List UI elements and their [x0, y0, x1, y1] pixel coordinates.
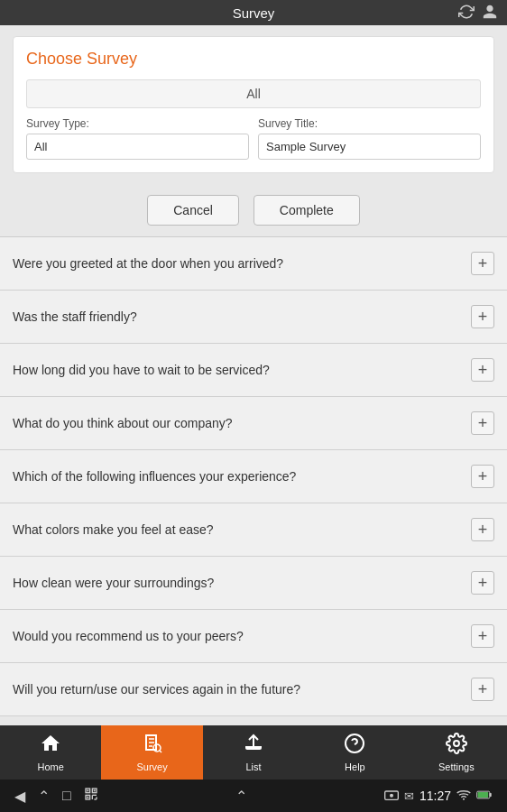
survey-type-field: Survey Type: [26, 117, 249, 160]
svg-point-21 [390, 793, 393, 797]
home-nav-icon [40, 733, 61, 760]
survey-nav-icon [142, 733, 163, 760]
question-item[interactable]: Were you greeted at the door when you ar… [0, 237, 507, 291]
nav-item-help[interactable]: Help [304, 725, 405, 780]
qr-icon[interactable] [84, 787, 98, 805]
survey-card-title: Choose Survey [26, 50, 481, 69]
question-text: Will you return/use our services again i… [13, 682, 471, 697]
question-text: How clean were your surroundings? [13, 576, 471, 590]
questions-list: Were you greeted at the door when you ar… [0, 237, 507, 716]
survey-title-input[interactable] [258, 134, 481, 160]
complete-button[interactable]: Complete [254, 195, 360, 226]
system-bar-left: ◀ ⌃ □ [14, 787, 98, 805]
question-add-button[interactable]: + [471, 358, 494, 382]
system-bar: ◀ ⌃ □ ⌃ ✉ 11:27 [0, 780, 507, 812]
question-item[interactable]: How long did you have to wait to be serv… [0, 344, 507, 397]
top-bar-title: Survey [233, 5, 275, 21]
question-add-button[interactable]: + [471, 465, 494, 488]
survey-type-input[interactable] [26, 134, 249, 160]
top-bar: Survey [0, 0, 507, 25]
nav-item-settings[interactable]: Settings [406, 725, 507, 780]
question-add-button[interactable]: + [471, 252, 494, 275]
svg-point-9 [454, 741, 459, 746]
bottom-nav: Home Survey List Help Settings [0, 725, 507, 780]
mail-icon: ✉ [404, 789, 414, 803]
svg-line-5 [160, 751, 161, 752]
question-text: What colors make you feel at ease? [13, 522, 471, 537]
svg-rect-14 [93, 789, 95, 791]
svg-rect-1 [145, 734, 147, 751]
question-text: Were you greeted at the door when you ar… [13, 256, 471, 271]
nav-item-survey[interactable]: Survey [101, 725, 202, 780]
survey-all-row: All [26, 79, 481, 108]
question-item[interactable]: Which of the following influences your e… [0, 450, 507, 503]
question-add-button[interactable]: + [471, 411, 494, 435]
survey-title-label: Survey Title: [258, 117, 481, 130]
question-text: Which of the following influences your e… [13, 469, 471, 484]
nav-label-home: Home [38, 761, 64, 772]
question-add-button[interactable]: + [471, 518, 494, 541]
nav-arrow-icon[interactable]: ⌃ [235, 788, 247, 805]
top-bar-icons [458, 4, 498, 23]
nav-label-help: Help [345, 761, 365, 772]
question-item[interactable]: How clean were your surroundings? + [0, 557, 507, 610]
survey-title-field: Survey Title: [258, 117, 481, 160]
recents-icon[interactable]: □ [62, 788, 71, 804]
svg-rect-15 [87, 797, 88, 798]
svg-rect-3 [155, 734, 157, 751]
system-bar-right: ✉ 11:27 [384, 789, 493, 803]
nav-label-list: List [245, 761, 261, 772]
settings-nav-icon [446, 733, 467, 760]
wifi-icon [456, 789, 471, 803]
action-buttons: Cancel Complete [0, 184, 507, 236]
question-add-button[interactable]: + [471, 571, 494, 595]
survey-card: Choose Survey All Survey Type: Survey Ti… [13, 36, 494, 173]
question-item[interactable]: Was the staff friendly? + [0, 291, 507, 344]
list-nav-icon [243, 733, 264, 760]
question-add-button[interactable]: + [471, 624, 494, 648]
question-item[interactable]: What do you think about our company? + [0, 397, 507, 450]
help-nav-icon [344, 733, 365, 760]
home-sys-icon[interactable]: ⌃ [38, 788, 50, 805]
refresh-icon[interactable] [458, 4, 475, 23]
question-text: Would you recommend us to your peers? [13, 629, 471, 643]
question-text: Was the staff friendly? [13, 309, 471, 324]
question-text: How long did you have to wait to be serv… [13, 363, 471, 377]
battery-icon [476, 789, 493, 803]
screenshot-icon [384, 789, 399, 803]
question-text: What do you think about our company? [13, 416, 471, 430]
nav-label-settings: Settings [438, 761, 475, 772]
question-item[interactable]: What colors make you feel at ease? + [0, 503, 507, 557]
nav-item-list[interactable]: List [203, 725, 304, 780]
time-display: 11:27 [419, 789, 451, 803]
cancel-button[interactable]: Cancel [147, 195, 239, 226]
question-item[interactable]: Will you return/use our services again i… [0, 663, 507, 716]
question-add-button[interactable]: + [471, 305, 494, 328]
back-icon[interactable]: ◀ [14, 788, 25, 805]
question-add-button[interactable]: + [471, 678, 494, 701]
survey-type-label: Survey Type: [26, 117, 249, 130]
survey-fields: Survey Type: Survey Title: [26, 117, 481, 160]
svg-rect-13 [87, 789, 88, 791]
nav-label-survey: Survey [136, 761, 167, 772]
svg-rect-25 [490, 793, 492, 797]
svg-rect-24 [478, 792, 489, 798]
main-content: Choose Survey All Survey Type: Survey Ti… [0, 25, 507, 725]
svg-point-22 [463, 798, 465, 799]
nav-item-home[interactable]: Home [0, 725, 101, 780]
question-item[interactable]: Would you recommend us to your peers? + [0, 610, 507, 663]
user-icon[interactable] [482, 4, 498, 23]
